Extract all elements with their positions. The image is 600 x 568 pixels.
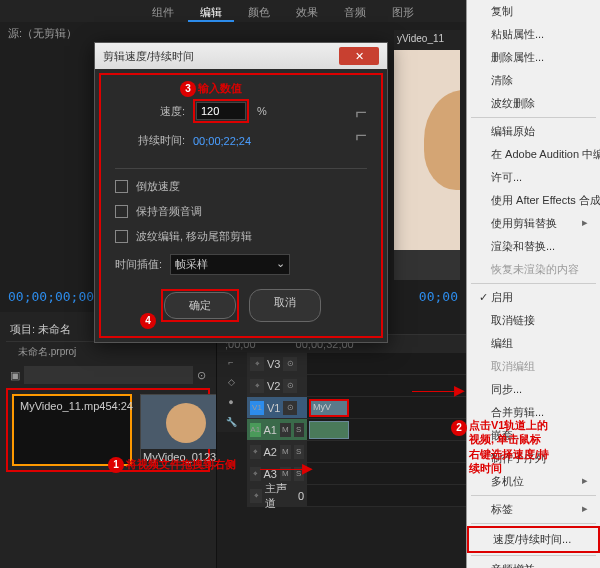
- tab-graphics[interactable]: 图形: [380, 2, 426, 22]
- annotation-2: 2 点击V1轨道上的视频, 单击鼠标右键选择速度/持续时间: [469, 418, 595, 475]
- interp-label: 时间插值:: [115, 257, 162, 272]
- ctx-item[interactable]: 渲染和替换...: [467, 235, 600, 258]
- tool-snap[interactable]: ⌐: [217, 352, 245, 372]
- interp-select[interactable]: 帧采样⌄: [170, 254, 290, 275]
- pitch-checkbox[interactable]: [115, 205, 128, 218]
- program-monitor: yVideo_11: [394, 30, 460, 280]
- thumb-1[interactable]: MyVideo_11.mp454:24: [12, 394, 132, 466]
- ctx-item[interactable]: 编组: [467, 332, 600, 355]
- search-icon[interactable]: ⊙: [197, 369, 206, 382]
- speed-label: 速度:: [115, 104, 185, 119]
- source-tc-right: 00;00: [419, 289, 458, 304]
- duration-label: 持续时间:: [115, 133, 185, 148]
- source-tc-left[interactable]: 00;00;00;00: [8, 289, 94, 304]
- tool-marker[interactable]: ●: [217, 392, 245, 412]
- cancel-button[interactable]: 取消: [249, 289, 321, 322]
- reverse-checkbox[interactable]: [115, 180, 128, 193]
- ctx-item[interactable]: ✓启用: [467, 286, 600, 309]
- ctx-item[interactable]: 速度/持续时间...: [467, 526, 600, 553]
- project-file: 未命名.prproj: [6, 342, 210, 362]
- bin-icon[interactable]: ▣: [10, 369, 20, 382]
- ctx-item[interactable]: 取消链接: [467, 309, 600, 332]
- ctx-item[interactable]: 编辑原始: [467, 120, 600, 143]
- tab-edit[interactable]: 编辑: [188, 2, 234, 22]
- video-clip[interactable]: MyV: [309, 399, 349, 417]
- ctx-item[interactable]: 使用剪辑替换▸: [467, 212, 600, 235]
- ctx-item[interactable]: 在 Adobe Audition 中编辑剪辑: [467, 143, 600, 166]
- ripple-checkbox[interactable]: [115, 230, 128, 243]
- ok-button[interactable]: 确定: [164, 292, 236, 319]
- tab-color[interactable]: 颜色: [236, 2, 282, 22]
- timeline-tools: ⌐ ◇ ● 🔧: [217, 352, 247, 432]
- ctx-item[interactable]: 清除: [467, 69, 600, 92]
- arrow-1: ———▶: [260, 460, 313, 476]
- tab-effects[interactable]: 效果: [284, 2, 330, 22]
- ctx-item[interactable]: 复制: [467, 0, 600, 23]
- tab-assembly[interactable]: 组件: [140, 2, 186, 22]
- timeline-panel: × 00;00;00;00 ;00;0000;00;32;00 ⌐ ◇ ● 🔧 …: [216, 312, 466, 568]
- tool-wrench[interactable]: 🔧: [217, 412, 245, 432]
- project-search[interactable]: [24, 366, 193, 384]
- arrow-2: ———▶: [412, 382, 465, 398]
- ctx-item[interactable]: 删除属性...: [467, 46, 600, 69]
- ctx-item[interactable]: 音频增益...: [467, 558, 600, 568]
- annotation-4: 4: [140, 312, 158, 329]
- ctx-item[interactable]: 同步...: [467, 378, 600, 401]
- annotation-1: 1将视频文件拖拽到右侧: [108, 457, 236, 473]
- ctx-item[interactable]: 许可...: [467, 166, 600, 189]
- speed-input[interactable]: [196, 102, 246, 120]
- dialog-title: 剪辑速度/持续时间: [103, 49, 194, 64]
- context-menu: 复制粘贴属性...删除属性...清除波纹删除编辑原始在 Adobe Auditi…: [466, 0, 600, 568]
- chevron-down-icon: ⌄: [276, 257, 285, 272]
- annotation-3: 3输入数值: [180, 80, 242, 97]
- close-icon[interactable]: ✕: [339, 47, 379, 65]
- ctx-item[interactable]: 波纹删除: [467, 92, 600, 115]
- duration-value[interactable]: 00;00;22;24: [193, 135, 251, 147]
- ctx-item: 恢复未渲染的内容: [467, 258, 600, 281]
- link-icon[interactable]: ⌐⌐: [355, 101, 367, 147]
- tab-audio[interactable]: 音频: [332, 2, 378, 22]
- ctx-item: 取消编组: [467, 355, 600, 378]
- ctx-item[interactable]: 标签▸: [467, 498, 600, 521]
- ctx-item[interactable]: 使用 After Effects 合成替换: [467, 189, 600, 212]
- ctx-item[interactable]: 粘贴属性...: [467, 23, 600, 46]
- tracks: ⌖V3⊙ ⌖V2⊙ V1V1⊙MyV A1A1MS ⌖A2MS ⌖A3MS ⌖主…: [247, 353, 466, 507]
- tool-link[interactable]: ◇: [217, 372, 245, 392]
- dialog-titlebar[interactable]: 剪辑速度/持续时间 ✕: [95, 43, 387, 69]
